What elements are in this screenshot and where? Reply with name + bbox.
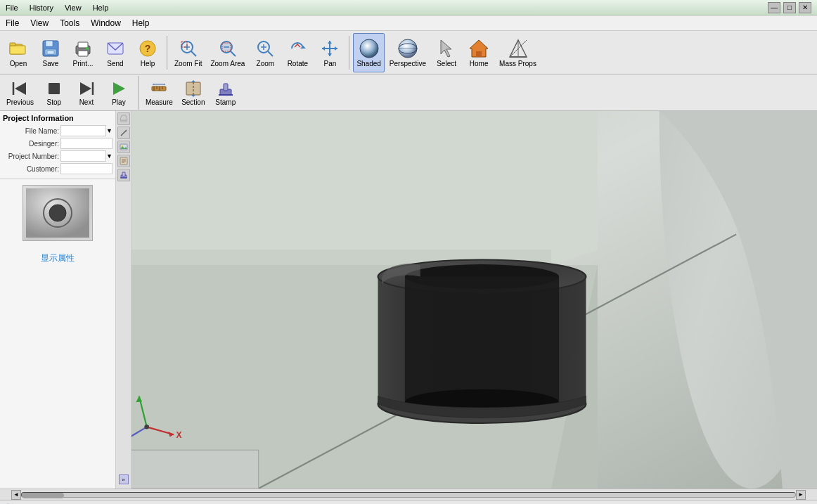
menu-help[interactable]: Help (127, 17, 155, 30)
title-bar: File History View Help — □ ✕ (0, 0, 817, 15)
svg-rect-9 (78, 51, 88, 56)
file-name-row: File Name: ▼ (3, 125, 112, 136)
menu-view[interactable]: View (25, 17, 54, 30)
3d-viewport[interactable]: X (131, 111, 817, 489)
stamp-button[interactable]: Stamp (210, 76, 241, 110)
next-icon (77, 79, 96, 98)
next-button[interactable]: Next (71, 76, 102, 110)
home-icon (468, 37, 490, 60)
status-bar: 📡 SOLIDWORKS 2019 SP4 is available for d… (0, 500, 817, 504)
designer-label: Desinger: (3, 140, 59, 148)
svg-rect-101 (131, 450, 259, 489)
viewport-svg: X (131, 111, 817, 489)
minimize-button[interactable]: — (768, 2, 780, 13)
horizontal-scrollbar: ◄ ► (0, 489, 817, 500)
panel-expand-button[interactable]: » (119, 474, 129, 484)
menu-window[interactable]: Window (85, 17, 127, 30)
svg-text:X: X (176, 430, 181, 440)
measure-button[interactable]: Measure (142, 76, 176, 110)
menu-tools[interactable]: Tools (54, 17, 85, 30)
previous-button[interactable]: Previous (3, 76, 37, 110)
play-button[interactable]: Play (103, 76, 134, 110)
title-menu-history[interactable]: History (30, 4, 53, 12)
zoom-fit-button[interactable]: Zoom Fit (171, 33, 205, 72)
save-icon (39, 37, 62, 60)
svg-marker-46 (15, 82, 26, 95)
left-icon-image[interactable] (117, 141, 130, 153)
zoom-button[interactable]: Zoom (250, 33, 281, 72)
play-icon (109, 79, 129, 98)
svg-marker-49 (80, 82, 91, 95)
svg-marker-27 (300, 46, 306, 49)
perspective-button[interactable]: Perspective (386, 33, 430, 72)
svg-rect-2 (10, 43, 15, 46)
measure-icon (149, 79, 169, 98)
open-button[interactable]: Open (3, 33, 34, 72)
home-button[interactable]: Home (463, 33, 494, 72)
svg-rect-4 (46, 41, 53, 46)
send-button[interactable]: Send (100, 33, 131, 72)
project-number-label: Project Number: (3, 153, 59, 160)
stop-icon (44, 79, 64, 98)
select-button[interactable]: Select (431, 33, 462, 72)
left-icon-pencil[interactable] (117, 112, 130, 125)
scroll-right-arrow[interactable]: ► (796, 490, 806, 500)
svg-point-68 (49, 205, 66, 221)
scroll-thumb[interactable] (22, 493, 64, 498)
left-icon-stamp[interactable] (117, 169, 130, 181)
print-button[interactable]: Print... (67, 33, 98, 72)
designer-input[interactable] (60, 138, 112, 149)
shaded-icon (358, 37, 380, 60)
svg-marker-33 (335, 46, 337, 51)
svg-line-15 (191, 51, 196, 56)
scroll-left-arrow[interactable]: ◄ (11, 490, 21, 500)
svg-line-24 (268, 51, 273, 56)
svg-rect-81 (122, 172, 125, 176)
stop-button[interactable]: Stop (39, 76, 70, 110)
project-number-input[interactable] (60, 150, 106, 162)
svg-marker-61 (191, 80, 195, 82)
mass-props-button[interactable]: Mass Props (496, 33, 540, 72)
save-button[interactable]: Save (35, 33, 66, 72)
svg-rect-69 (120, 120, 127, 122)
help-button[interactable]: ? Help (132, 33, 163, 72)
rotate-button[interactable]: Rotate (282, 33, 313, 72)
svg-text:?: ? (145, 43, 151, 54)
title-menu-file[interactable]: File (6, 4, 18, 12)
open-icon (7, 37, 30, 60)
left-icon-book[interactable] (117, 155, 130, 167)
svg-rect-47 (49, 83, 60, 94)
select-icon (435, 37, 458, 60)
title-menu-help[interactable]: Help (93, 4, 109, 12)
zoom-fit-icon (177, 37, 200, 60)
svg-point-34 (360, 39, 378, 58)
file-name-expand[interactable]: ▼ (106, 127, 112, 134)
section-button[interactable]: Section (178, 76, 209, 110)
display-props-button[interactable]: 显示属性 (0, 252, 115, 264)
shaded-button[interactable]: Shaded (353, 33, 384, 72)
svg-rect-22 (222, 43, 231, 51)
svg-rect-1 (10, 46, 25, 54)
svg-marker-70 (120, 115, 127, 120)
pan-button[interactable]: Pan (314, 33, 345, 72)
zoom-area-button[interactable]: Zoom Area (207, 33, 248, 72)
customer-label: Customer: (3, 165, 59, 173)
thumbnail-area (22, 185, 93, 241)
close-button[interactable]: ✕ (799, 2, 811, 13)
maximize-button[interactable]: □ (783, 2, 796, 13)
main-toolbar: Open Save Print... (0, 31, 817, 75)
title-bar-menus: File History View Help (6, 4, 108, 12)
print-icon (72, 37, 94, 60)
title-menu-view[interactable]: View (65, 4, 82, 12)
left-icon-pencil2[interactable] (117, 127, 130, 139)
project-number-expand[interactable]: ▼ (106, 153, 112, 160)
svg-point-10 (86, 47, 89, 50)
scroll-track[interactable] (21, 492, 796, 498)
file-name-input[interactable] (60, 125, 106, 136)
svg-marker-62 (191, 95, 195, 97)
stamp-icon (216, 79, 236, 98)
mass-props-icon (507, 37, 529, 60)
customer-input[interactable] (60, 163, 112, 174)
playback-separator (138, 76, 139, 110)
menu-file[interactable]: File (0, 17, 25, 30)
